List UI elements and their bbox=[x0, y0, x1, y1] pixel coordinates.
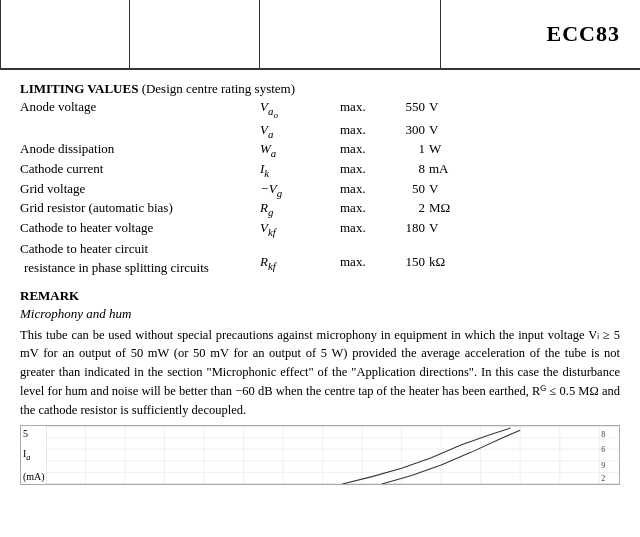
header: ECC83 bbox=[0, 0, 640, 70]
spec-max-label-6: max. bbox=[340, 200, 385, 216]
spec-row-anode-dissipation: Anode dissipation Wa max. 1 W bbox=[20, 140, 620, 160]
spec-value-50: 50 bbox=[385, 181, 425, 197]
spec-row-grid-voltage: Grid voltage −Vg max. 50 V bbox=[20, 180, 620, 200]
remark-subtitle: Microphony and hum bbox=[20, 306, 620, 322]
header-col2 bbox=[130, 0, 260, 68]
graph-y-labels: 5 Ia (mA) bbox=[21, 426, 46, 484]
section-title: LIMITING VALUES (Design centre rating sy… bbox=[20, 81, 295, 97]
spec-name-grid-voltage: Grid voltage bbox=[20, 181, 260, 197]
spec-symbol-vkf: Vkf bbox=[260, 220, 340, 238]
spec-name-cathode-heater-circuit: Cathode to heater circuit resistance in … bbox=[20, 240, 260, 276]
graph-grid: 8 6 9 2 bbox=[46, 426, 619, 484]
spec-value-2: 2 bbox=[385, 200, 425, 216]
remark-text: This tube can be used without special pr… bbox=[20, 326, 620, 420]
section-header-row: LIMITING VALUES (Design centre rating sy… bbox=[20, 80, 620, 98]
page: ECC83 LIMITING VALUES (Design centre rat… bbox=[0, 0, 640, 537]
header-col3 bbox=[260, 0, 440, 68]
spec-unit-kohm: kΩ bbox=[425, 240, 460, 270]
svg-text:8: 8 bbox=[601, 430, 605, 439]
spec-max-label-5: max. bbox=[340, 181, 385, 197]
graph-y-top: 5 bbox=[23, 428, 44, 439]
spec-value-1: 1 bbox=[385, 141, 425, 157]
spec-unit-ma: mA bbox=[425, 161, 460, 177]
remark-title: REMARK bbox=[20, 288, 620, 304]
spec-name-grid-resistor: Grid resistor (automatic bias) bbox=[20, 200, 260, 216]
spec-symbol-rkf: Rkf bbox=[260, 240, 340, 272]
spec-max-label-3: max. bbox=[340, 141, 385, 157]
spec-value-150: 150 bbox=[385, 240, 425, 270]
spec-row-cathode-heater-circuit: Cathode to heater circuit resistance in … bbox=[20, 238, 620, 277]
main-content: LIMITING VALUES (Design centre rating sy… bbox=[0, 70, 640, 537]
spec-unit-v3: V bbox=[425, 181, 460, 197]
svg-text:2: 2 bbox=[601, 474, 605, 483]
remark-section: REMARK Microphony and hum This tube can … bbox=[20, 288, 620, 420]
spec-name-cathode-current: Cathode current bbox=[20, 161, 260, 177]
spec-name-anode-dissipation: Anode dissipation bbox=[20, 141, 260, 157]
spec-symbol-va: Va bbox=[260, 122, 340, 140]
spec-row-grid-resistor: Grid resistor (automatic bias) Rg max. 2… bbox=[20, 199, 620, 219]
spec-name-anode-voltage: Anode voltage bbox=[20, 99, 260, 115]
spec-value-300: 300 bbox=[385, 122, 425, 138]
graph-area: 5 Ia (mA) bbox=[20, 425, 620, 485]
graph-svg: 8 6 9 2 bbox=[46, 426, 619, 484]
spec-symbol-wa: Wa bbox=[260, 141, 340, 159]
svg-text:6: 6 bbox=[601, 446, 605, 455]
svg-text:9: 9 bbox=[601, 461, 605, 470]
spec-max-label-4: max. bbox=[340, 161, 385, 177]
header-title-area: ECC83 bbox=[440, 0, 640, 68]
spec-symbol-vao: Vao bbox=[260, 99, 340, 120]
spec-max-label-1: max. bbox=[340, 99, 385, 115]
page-title: ECC83 bbox=[547, 21, 620, 47]
spec-symbol-ik: Ik bbox=[260, 161, 340, 179]
graph-y-unit: (mA) bbox=[23, 471, 44, 482]
spec-symbol-rg: Rg bbox=[260, 200, 340, 218]
limiting-values-section: LIMITING VALUES (Design centre rating sy… bbox=[20, 80, 620, 278]
spec-max-label-7: max. bbox=[340, 220, 385, 236]
spec-unit-mohm: MΩ bbox=[425, 200, 460, 216]
spec-row-anode-voltage-2: Va max. 300 V bbox=[20, 121, 620, 141]
spec-value-180: 180 bbox=[385, 220, 425, 236]
spec-unit-v2: V bbox=[425, 122, 460, 138]
header-col1 bbox=[0, 0, 130, 68]
spec-symbol-vg: −Vg bbox=[260, 181, 340, 199]
spec-name-cathode-heater-voltage: Cathode to heater voltage bbox=[20, 220, 260, 236]
header-left bbox=[0, 0, 440, 68]
spec-value-8: 8 bbox=[385, 161, 425, 177]
spec-row-anode-voltage-1: Anode voltage Vao max. 550 V bbox=[20, 98, 620, 121]
spec-value-550: 550 bbox=[385, 99, 425, 115]
spec-row-cathode-current: Cathode current Ik max. 8 mA bbox=[20, 160, 620, 180]
spec-row-cathode-heater-voltage: Cathode to heater voltage Vkf max. 180 V bbox=[20, 219, 620, 239]
spec-unit-w: W bbox=[425, 141, 460, 157]
spec-unit-v4: V bbox=[425, 220, 460, 236]
spec-max-label-2: max. bbox=[340, 122, 385, 138]
spec-unit-v1: V bbox=[425, 99, 460, 115]
graph-y-bottom: Ia bbox=[23, 448, 44, 462]
spec-max-label-8: max. bbox=[340, 240, 385, 270]
